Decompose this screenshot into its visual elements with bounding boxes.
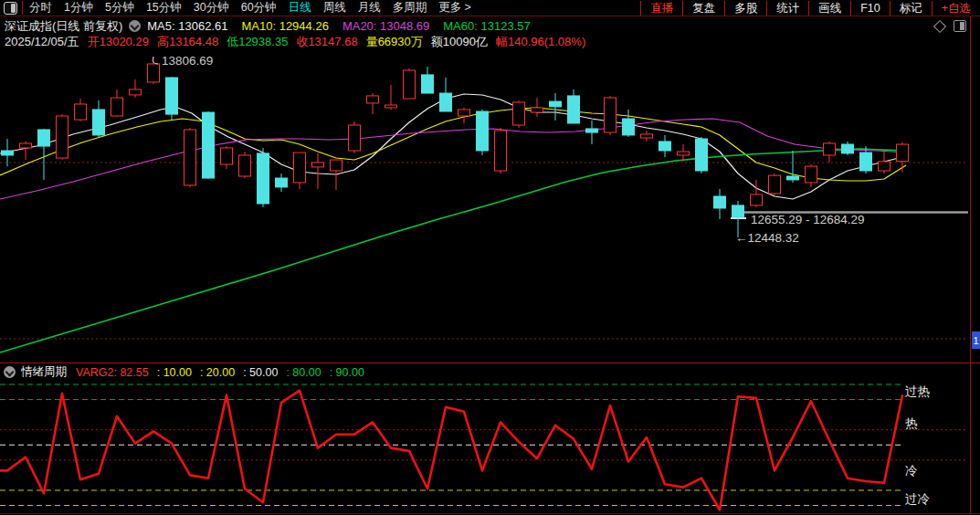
quote-value: 收13147.68	[296, 35, 357, 48]
topbar-action[interactable]: F10	[850, 1, 890, 16]
topbar-action[interactable]: 统计	[766, 1, 808, 16]
ma-value: MA5: 13062.61	[147, 19, 227, 33]
candle-up	[513, 100, 525, 128]
candle-down	[659, 135, 671, 157]
candle-up	[184, 128, 196, 187]
zone-label: 过热	[905, 384, 930, 398]
candle-up	[751, 180, 763, 207]
period-tab[interactable]: 1分钟	[64, 0, 93, 16]
quote-values: 开13020.29高13164.48低12938.35收13147.68量669…	[88, 34, 595, 49]
period-tab[interactable]: 分时	[29, 0, 52, 16]
candle-up	[20, 142, 32, 160]
quote-value: 额10090亿	[431, 35, 488, 48]
quote-info-panel: 深证成指(日线 前复权) MA5: 13062.61MA10: 12944.26…	[5, 18, 594, 49]
period-tab[interactable]: 5分钟	[105, 0, 134, 16]
candle-up	[824, 142, 836, 163]
candle-down	[258, 148, 269, 207]
quote-value: 幅140.96(1.08%)	[496, 35, 585, 48]
candle-down	[477, 110, 489, 155]
period-tab[interactable]: 周线	[323, 0, 346, 16]
gap-range-label: 12655.29 - 12684.29	[751, 213, 865, 226]
topbar-action[interactable]: 多股	[724, 1, 766, 16]
indicator-name: 情绪周期	[21, 364, 67, 380]
candle-down	[276, 173, 288, 192]
candle-up	[75, 99, 87, 121]
candle-up	[458, 108, 470, 123]
candle-up	[349, 121, 361, 153]
low-price-label: ←12448.32	[735, 231, 799, 245]
window-layout-icon[interactable]	[4, 2, 17, 15]
page-indicator[interactable]: 1	[972, 331, 980, 349]
indicator-param: : 10.00	[157, 366, 192, 379]
indicator-param: : 20.00	[200, 366, 235, 379]
indicator-params: VARG2: 82.55: 10.00: 20.00: 50.00: 80.00…	[76, 366, 373, 379]
topbar-action[interactable]: 标记	[890, 1, 932, 16]
candle-up	[897, 142, 909, 173]
high-price-label: 13806.69	[162, 54, 213, 68]
app-window: 分时1分钟5分钟15分钟30分钟60分钟日线周线月线多周期更多 > 直播复盘多股…	[0, 0, 980, 515]
candle-up	[404, 68, 416, 99]
period-tabs: 分时1分钟5分钟15分钟30分钟60分钟日线周线月线多周期更多 >	[29, 0, 471, 16]
candle-up	[532, 98, 543, 117]
candle-down	[550, 93, 562, 121]
topbar-action[interactable]: 直播	[640, 1, 682, 16]
zone-label: 冷	[905, 464, 918, 478]
period-tab[interactable]: 30分钟	[194, 0, 229, 16]
candle-up	[221, 146, 233, 169]
ma-value: MA10: 12944.26	[241, 19, 328, 33]
indicator-param: : 80.00	[286, 366, 321, 379]
indicator-param: : 90.00	[330, 366, 364, 379]
candle-down	[93, 100, 105, 137]
instrument-title: 深证成指(日线 前复权)	[5, 18, 122, 34]
ma-value: MA60: 13123.57	[443, 19, 530, 33]
zone-label: 过冷	[905, 492, 931, 506]
topbar-divider	[22, 1, 23, 15]
topbar-action[interactable]: +自选	[932, 1, 980, 16]
candle-up	[385, 85, 397, 110]
candle-down	[440, 78, 452, 111]
dropdown-circle-icon[interactable]	[129, 20, 141, 32]
topbar-action[interactable]: 复盘	[682, 1, 724, 16]
candle-up	[239, 152, 251, 178]
candle-up	[111, 89, 123, 117]
chart-canvas[interactable]: 过热热冷过冷13806.6912655.29 - 12684.29←12448.…	[0, 0, 980, 515]
candlestick-series	[2, 57, 909, 237]
topbar-action[interactable]: 画线	[808, 1, 850, 16]
candle-up	[806, 164, 817, 187]
candle-up	[769, 173, 781, 195]
candle-down	[787, 151, 799, 183]
candle-up	[294, 152, 306, 189]
quote-value: 量66930万	[366, 35, 423, 48]
candle-up	[130, 79, 142, 98]
zone-label: 热	[905, 416, 918, 430]
ohlc-info-row: 2025/12/05/五 开13020.29高13164.48低12938.35…	[5, 34, 594, 49]
period-tab[interactable]: 月线	[358, 0, 381, 16]
candle-down	[568, 89, 580, 123]
period-tab[interactable]: 60分钟	[241, 0, 277, 16]
candle-down	[38, 129, 50, 180]
period-tab[interactable]: 日线	[289, 0, 311, 16]
period-tab[interactable]: 多周期	[393, 0, 427, 16]
candle-up	[148, 57, 160, 84]
candle-down	[586, 121, 598, 144]
candle-down	[203, 111, 215, 179]
candle-down	[842, 142, 854, 155]
sidebar-toggle-icon[interactable]	[954, 20, 966, 32]
candle-down	[166, 77, 178, 120]
candle-down	[696, 137, 708, 173]
candle-up	[57, 114, 68, 160]
candle-up	[331, 160, 342, 190]
candle-up	[495, 128, 507, 173]
candle-up	[605, 96, 616, 135]
quote-value: 高13164.48	[157, 35, 218, 48]
collapse-panel-icon[interactable]	[4, 366, 16, 378]
trade-date: 2025/12/05/五	[5, 34, 79, 49]
candle-up	[312, 153, 324, 189]
candle-up	[879, 151, 890, 173]
indicator-param: VARG2: 82.55	[76, 366, 149, 379]
period-tab[interactable]: 15分钟	[146, 0, 182, 16]
topbar-actions: 直播复盘多股统计画线F10标记+自选	[640, 0, 980, 16]
candle-down	[422, 67, 434, 93]
period-tab[interactable]: 更多 >	[438, 0, 471, 16]
candle-up	[641, 131, 653, 142]
